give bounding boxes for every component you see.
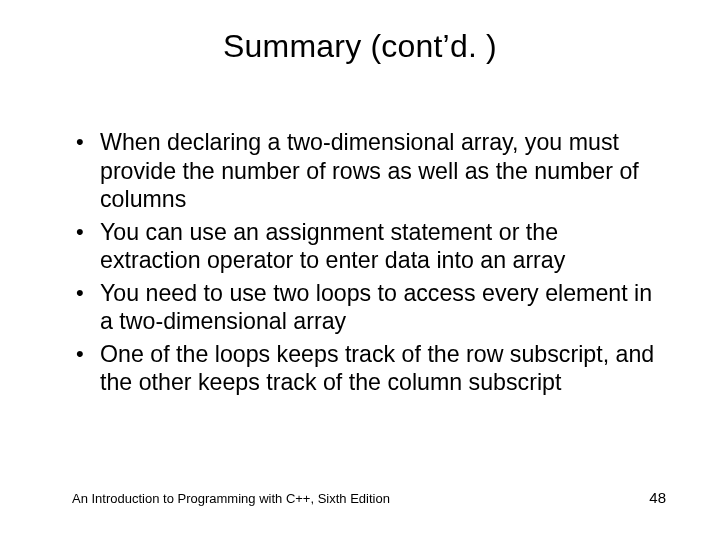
bullet-item: You need to use two loops to access ever… xyxy=(72,279,660,336)
slide-title: Summary (cont’d. ) xyxy=(0,28,720,65)
bullet-item: One of the loops keeps track of the row … xyxy=(72,340,660,397)
bullet-list: When declaring a two-dimensional array, … xyxy=(72,128,660,397)
slide-body: When declaring a two-dimensional array, … xyxy=(72,128,660,401)
footer-page-number: 48 xyxy=(649,489,666,506)
slide: Summary (cont’d. ) When declaring a two-… xyxy=(0,0,720,540)
bullet-item: When declaring a two-dimensional array, … xyxy=(72,128,660,214)
footer-book-title: An Introduction to Programming with C++,… xyxy=(72,491,390,506)
bullet-item: You can use an assignment statement or t… xyxy=(72,218,660,275)
